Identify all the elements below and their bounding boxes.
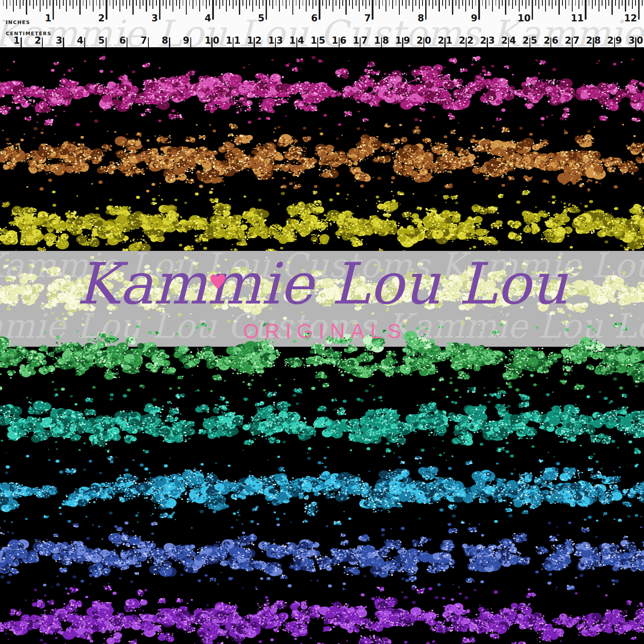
inch-tick — [392, 0, 393, 9]
inch-tick — [499, 0, 500, 9]
inch-tick — [496, 0, 496, 6]
inch-tick — [196, 0, 197, 6]
inch-tick — [226, 0, 227, 12]
cm-number: 9 — [183, 36, 189, 45]
inch-tick — [552, 0, 553, 9]
inch-tick — [592, 0, 593, 9]
inch-tick — [179, 0, 180, 9]
inch-tick — [322, 0, 323, 6]
inch-tick — [455, 0, 456, 6]
inch-tick — [136, 0, 137, 6]
inch-tick — [489, 0, 490, 6]
cm-number: 1 — [332, 36, 338, 45]
cm-number: 8 — [382, 36, 389, 45]
cm-number: 1 — [395, 36, 402, 45]
cm-tick — [169, 37, 170, 49]
inch-tick — [379, 0, 380, 9]
inch-tick — [542, 0, 543, 6]
inch-tick — [625, 0, 626, 12]
inch-tick — [452, 0, 453, 15]
inch-tick — [90, 0, 90, 6]
inch-tick — [193, 0, 193, 9]
inch-tick — [299, 0, 300, 9]
inch-tick — [359, 0, 360, 12]
inch-tick — [152, 0, 153, 9]
inch-tick — [419, 0, 420, 9]
inch-tick — [442, 0, 443, 6]
inch-number: 12 — [624, 14, 637, 23]
cm-tick — [508, 37, 509, 49]
inch-tick — [123, 0, 123, 6]
cm-number: 2 — [480, 36, 487, 45]
inch-tick — [365, 0, 366, 9]
cm-number: 1 — [247, 36, 254, 45]
cm-number: 1 — [226, 36, 232, 45]
inch-tick — [106, 0, 107, 20]
inch-tick — [113, 0, 114, 9]
inch-tick — [26, 0, 27, 15]
inch-tick — [538, 0, 539, 9]
cm-tick — [254, 37, 254, 49]
inch-tick — [252, 0, 253, 12]
cm-number: 3 — [628, 36, 635, 45]
inch-tick — [222, 0, 223, 6]
cm-tick — [106, 37, 107, 49]
cm-number: 1 — [234, 36, 241, 45]
cm-number: 5 — [98, 36, 105, 45]
inch-tick — [129, 0, 130, 6]
inch-tick — [59, 0, 60, 9]
cm-tick — [466, 37, 467, 49]
inch-tick — [432, 0, 433, 9]
cm-tick — [593, 37, 594, 49]
cm-number: 6 — [119, 36, 126, 45]
inch-tick — [369, 0, 370, 6]
inch-tick — [93, 0, 94, 12]
cm-number: 0 — [637, 36, 644, 45]
inch-tick — [611, 0, 613, 15]
inch-tick — [286, 0, 287, 9]
inch-tick — [462, 0, 463, 6]
inch-tick — [283, 0, 283, 6]
cm-number: 7 — [573, 36, 580, 45]
cm-number: 2 — [459, 36, 465, 45]
inch-tick — [103, 0, 104, 6]
inch-tick — [628, 0, 629, 6]
inch-tick — [525, 0, 526, 9]
cm-tick — [550, 37, 551, 49]
cm-tick — [339, 37, 340, 49]
cm-tick — [529, 37, 530, 49]
cm-tick — [487, 37, 488, 49]
inch-tick — [549, 0, 550, 6]
inch-tick — [53, 0, 54, 20]
cm-tick — [614, 37, 615, 49]
inch-tick — [40, 0, 41, 12]
cm-tick — [148, 37, 149, 49]
inch-tick — [233, 0, 234, 9]
inch-tick — [459, 0, 459, 9]
inch-tick — [535, 0, 536, 6]
inch-tick — [515, 0, 516, 6]
inch-number: 2 — [98, 14, 105, 23]
cm-tick — [360, 37, 361, 49]
inch-tick — [642, 0, 643, 6]
inch-tick — [149, 0, 150, 6]
inch-tick — [186, 0, 187, 15]
inch-tick — [309, 0, 310, 6]
cm-number: 4 — [77, 36, 84, 45]
inch-tick — [635, 0, 636, 6]
inch-number: 1 — [45, 14, 52, 23]
inch-tick — [605, 0, 606, 9]
inch-tick — [482, 0, 483, 6]
inch-tick — [116, 0, 117, 6]
inch-tick — [76, 0, 77, 6]
cm-number: 1 — [13, 36, 20, 45]
inch-tick — [555, 0, 556, 6]
cm-tick — [572, 37, 573, 49]
cm-number: 1 — [446, 36, 453, 45]
inch-number: 4 — [205, 14, 211, 23]
inch-tick — [216, 0, 217, 6]
cm-number: 2 — [34, 36, 41, 45]
inch-tick — [276, 0, 277, 6]
inch-tick — [292, 0, 294, 15]
inch-tick — [529, 0, 529, 6]
